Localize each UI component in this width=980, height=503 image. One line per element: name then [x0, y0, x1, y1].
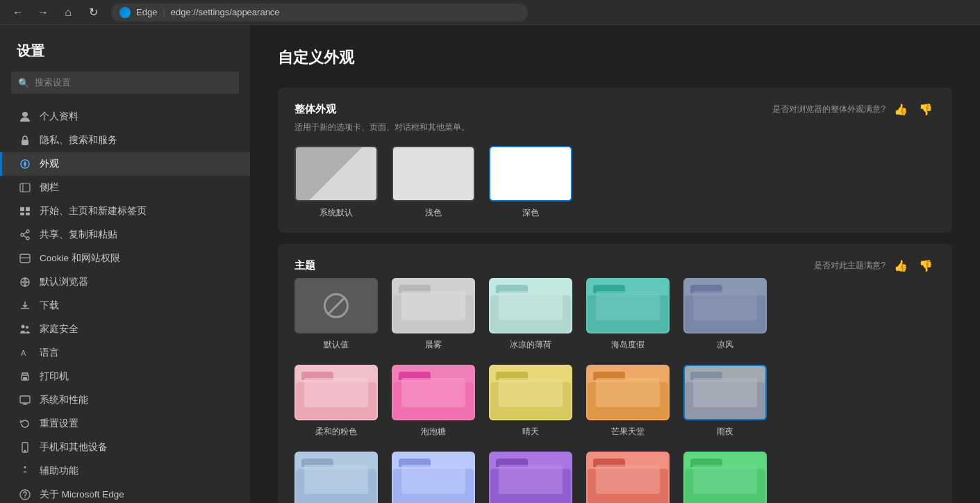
rainy-night-graphic: [685, 366, 765, 419]
sidebar-item-system[interactable]: 系统和性能: [0, 388, 250, 412]
privacy-icon: [19, 134, 31, 147]
mobile-icon: [19, 441, 31, 454]
theme-card-soft-pink[interactable]: 柔和的粉色: [294, 365, 378, 438]
sidebar-item-start[interactable]: 开始、主页和新建标签页: [0, 199, 250, 223]
profile-icon: [19, 110, 31, 123]
theme-section-header: 主题 是否对此主题满意? 👍 👎: [294, 258, 936, 274]
theme-thumbs-up-button[interactable]: 👍: [891, 258, 911, 274]
svg-point-28: [24, 466, 26, 468]
search-icon: 🔍: [18, 78, 29, 88]
theme-card-sunny[interactable]: 晴天: [489, 365, 572, 438]
theme-system-label: 系统默认: [319, 207, 353, 219]
overall-feedback: 是否对浏览器的整体外观满意? 👍 👎: [772, 101, 936, 117]
theme-card-rainy-night[interactable]: 雨夜: [683, 365, 767, 438]
folder-inner: [499, 378, 563, 407]
share-label: 共享、复制和粘贴: [40, 229, 117, 241]
appearance-label: 外观: [40, 158, 59, 170]
theme-card-island-getaway[interactable]: 海岛度假: [586, 278, 670, 351]
theme-preview-light: [392, 146, 475, 201]
theme-card-light[interactable]: 浅色: [392, 146, 475, 219]
cookies-label: Cookie 和网站权限: [40, 252, 120, 265]
theme-thumbs-down-button[interactable]: 👎: [916, 258, 936, 274]
sidebar-item-accessibility[interactable]: 辅助功能: [0, 459, 250, 483]
system-icon: [19, 394, 31, 406]
svg-point-30: [24, 497, 26, 499]
sidebar-item-mobile[interactable]: 手机和其他设备: [0, 436, 250, 459]
theme-card-mystic-forest[interactable]: 神秘森林: [683, 452, 767, 503]
svg-text:A: A: [21, 349, 26, 357]
theme-bubblegum-label: 泡泡糖: [421, 426, 446, 438]
theme-card-bubblegum[interactable]: 泡泡糖: [392, 365, 475, 438]
theme-preview-morning-mist: [392, 278, 475, 333]
url-text: edge://settings/appearance: [171, 7, 280, 17]
accessibility-icon: [19, 465, 31, 477]
sidebar-item-profile[interactable]: 个人资料: [0, 105, 250, 129]
address-separator: |: [163, 7, 165, 17]
dark-preview-graphic: [490, 147, 571, 200]
sidebar-item-about[interactable]: 关于 Microsoft Edge: [0, 483, 250, 503]
theme-card-hot-red[interactable]: 辣红色: [586, 452, 670, 503]
theme-card-moonlight[interactable]: 月光: [392, 452, 475, 503]
system-label: 系统和性能: [40, 394, 88, 406]
sidebar-item-share[interactable]: 共享、复制和粘贴: [0, 223, 250, 247]
system-preview-graphic: [296, 147, 376, 200]
theme-card-system[interactable]: 系统默认: [294, 146, 378, 219]
forward-button[interactable]: →: [33, 3, 53, 22]
sidebar-item-reset[interactable]: 重置设置: [0, 412, 250, 436]
thumbs-up-button[interactable]: 👍: [891, 101, 911, 117]
family-icon: [19, 323, 31, 336]
sidebar-item-downloads[interactable]: 下载: [0, 294, 250, 318]
address-bar[interactable]: Edge | edge://settings/appearance: [111, 3, 528, 22]
svg-rect-6: [26, 207, 30, 211]
back-button[interactable]: ←: [8, 3, 28, 22]
theme-card-cool-slate[interactable]: 冷色石板: [294, 452, 378, 503]
theme-feedback: 是否对此主题满意? 👍 👎: [814, 258, 936, 274]
thumbs-down-button[interactable]: 👎: [916, 101, 936, 117]
theme-island-label: 海岛度假: [611, 339, 645, 351]
theme-card-morning-mist[interactable]: 晨雾: [392, 278, 475, 351]
svg-point-27: [24, 450, 26, 452]
sidebar-item-print[interactable]: 打印机: [0, 365, 250, 388]
sidebar-item-appearance[interactable]: 外观: [0, 152, 250, 176]
theme-preview-rainy-night: [683, 365, 767, 420]
refresh-button[interactable]: ↻: [83, 3, 103, 22]
theme-preview-moonlight: [392, 452, 475, 503]
sidebar-item-privacy[interactable]: 隐私、搜索和服务: [0, 129, 250, 152]
theme-preview-cool-mint: [489, 278, 572, 333]
theme-sunny-label: 晴天: [522, 426, 539, 438]
theme-soft-pink-label: 柔和的粉色: [315, 426, 357, 438]
mobile-label: 手机和其他设备: [40, 441, 108, 454]
theme-light-label: 浅色: [425, 207, 442, 219]
light-preview-graphic: [393, 147, 474, 200]
folder-inner: [304, 378, 369, 407]
svg-point-10: [21, 233, 24, 236]
sidebar-item-sidebar[interactable]: 侧栏: [0, 176, 250, 199]
disabled-circle: [324, 293, 349, 318]
folder-inner: [499, 465, 563, 494]
sidebar-item-cookies[interactable]: Cookie 和网站权限: [0, 247, 250, 270]
theme-preview-soft-pink: [294, 365, 378, 420]
sidebar-item-family[interactable]: 家庭安全: [0, 318, 250, 341]
sidebar-item-default-browser[interactable]: 默认浏览器: [0, 270, 250, 294]
theme-preview-default: [294, 278, 378, 333]
theme-cool-mint-label: 冰凉的薄荷: [510, 339, 551, 351]
folder-inner: [304, 465, 369, 494]
search-box[interactable]: 🔍 搜索设置: [11, 72, 239, 94]
theme-card-mango-heaven[interactable]: 芒果天堂: [586, 365, 670, 438]
theme-card-default[interactable]: 默认值: [294, 278, 378, 351]
appearance-icon: [19, 158, 31, 170]
theme-card-juicy-plum[interactable]: 多汁的梅: [489, 452, 572, 503]
folder-inner: [596, 378, 661, 407]
theme-grid-row3: 冷色石板 月光: [294, 452, 936, 503]
download-icon: [19, 299, 31, 312]
theme-card-dark[interactable]: 深色: [489, 146, 572, 219]
svg-rect-14: [20, 254, 30, 263]
theme-card-cool-mint[interactable]: 冰凉的薄荷: [489, 278, 572, 351]
theme-preview-bubblegum: [392, 365, 475, 420]
theme-preview-system: [294, 146, 378, 201]
folder-inner: [401, 465, 466, 494]
family-label: 家庭安全: [40, 323, 78, 336]
sidebar-item-language[interactable]: A 语言: [0, 341, 250, 365]
home-button[interactable]: ⌂: [58, 3, 78, 22]
theme-card-cool-breeze[interactable]: 凉风: [683, 278, 767, 351]
